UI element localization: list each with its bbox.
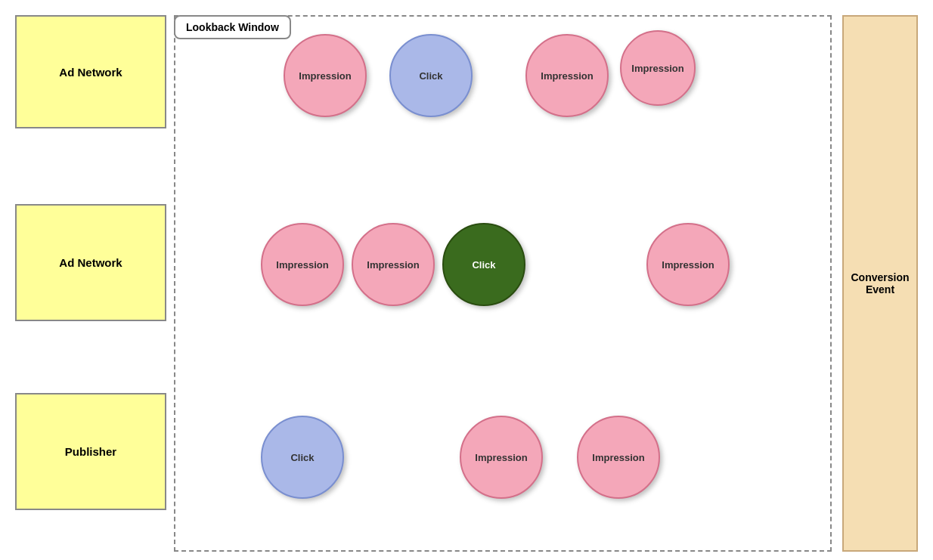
event-circle-c5: Impression <box>261 223 344 306</box>
event-circle-c1: Impression <box>284 34 367 117</box>
event-circle-c10: Impression <box>460 416 543 499</box>
event-circle-c11: Impression <box>577 416 660 499</box>
lane-ad-network-1: Ad Network <box>15 15 166 128</box>
diagram-container: Ad Network Ad Network Publisher Lookback… <box>8 8 925 552</box>
event-circle-c8: Impression <box>646 223 730 306</box>
conversion-event-box: Conversion Event <box>842 15 918 552</box>
event-circle-c6: Impression <box>352 223 435 306</box>
event-circle-c9: Click <box>261 416 344 499</box>
lane-ad-network-2: Ad Network <box>15 204 166 321</box>
event-circle-c4: Impression <box>620 30 696 106</box>
event-circle-c7: Click <box>442 223 525 306</box>
event-circle-c2: Click <box>389 34 473 117</box>
lookback-window-label: Lookback Window <box>174 15 291 39</box>
event-circle-c3: Impression <box>525 34 609 117</box>
lane-publisher: Publisher <box>15 393 166 510</box>
